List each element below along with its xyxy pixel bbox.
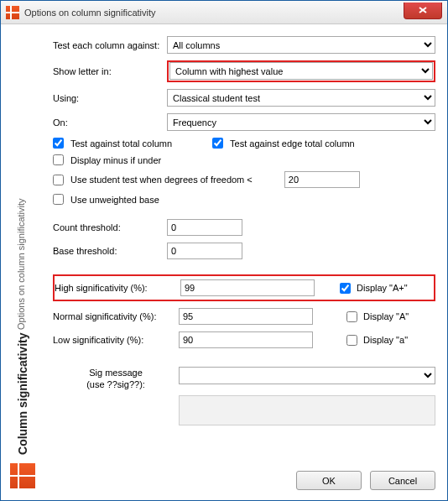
form-area: Test each column against: All columns Sh… xyxy=(44,24,447,500)
input-low-sig[interactable] xyxy=(179,331,313,348)
sig-msg-select[interactable] xyxy=(179,367,435,384)
label-test-edge-total: Test against edge total column xyxy=(230,138,355,149)
label-on: On: xyxy=(53,117,167,128)
using-select[interactable]: Classical student test xyxy=(167,89,435,107)
titlebar: Options on column significativity xyxy=(1,1,447,24)
input-normal-sig[interactable] xyxy=(179,308,313,325)
label-low-sig: Low significativity (%): xyxy=(53,335,179,345)
input-student-dof[interactable] xyxy=(284,171,360,188)
sidebar: Column significativity Options on column… xyxy=(1,24,44,500)
app-icon xyxy=(6,6,19,19)
check-display-a-lower[interactable] xyxy=(346,335,357,346)
input-high-sig[interactable] xyxy=(180,279,315,296)
label-test-against: Test each column against: xyxy=(53,40,167,50)
on-select[interactable]: Frequency xyxy=(167,113,435,131)
sidebar-title: Column significativity xyxy=(16,333,29,455)
check-display-a-upper[interactable] xyxy=(346,311,357,322)
label-high-sig: High significativity (%): xyxy=(55,283,180,293)
label-unweighted: Use unweighted base xyxy=(70,195,159,205)
window-title: Options on column significativity xyxy=(24,8,404,18)
input-count-threshold[interactable] xyxy=(167,219,242,236)
check-student-dof[interactable] xyxy=(53,175,64,185)
ok-button[interactable]: OK xyxy=(296,471,362,490)
label-show-letter: Show letter in: xyxy=(53,66,167,76)
show-letter-select[interactable]: Column with highest value xyxy=(169,62,433,80)
test-against-select[interactable]: All columns xyxy=(167,36,435,54)
label-display-a-lower: Display "a" xyxy=(363,335,408,345)
input-base-threshold[interactable] xyxy=(167,243,242,259)
sig-msg-preview xyxy=(179,395,435,425)
check-test-total[interactable] xyxy=(53,138,64,149)
sidebar-title-block: Column significativity Options on column… xyxy=(16,198,29,455)
check-test-edge-total[interactable] xyxy=(212,138,223,149)
check-unweighted[interactable] xyxy=(53,194,64,205)
label-normal-sig: Normal significativity (%): xyxy=(53,311,179,321)
label-using: Using: xyxy=(53,93,167,103)
highlight-high-sig: High significativity (%): Display "A+" xyxy=(53,274,435,301)
close-button[interactable] xyxy=(404,3,442,19)
label-display-a-plus: Display "A+" xyxy=(357,283,408,293)
highlight-show-letter: Column with highest value xyxy=(167,60,435,82)
label-test-total: Test against total column xyxy=(70,138,172,149)
close-icon xyxy=(419,7,427,13)
label-base-threshold: Base threshold: xyxy=(53,246,167,256)
label-sig-msg: Sig message (use ??sig??): xyxy=(53,367,179,390)
cancel-button[interactable]: Cancel xyxy=(370,471,435,490)
label-count-threshold: Count threshold: xyxy=(53,222,167,232)
check-display-minus[interactable] xyxy=(53,154,64,165)
label-student-dof: Use student test when degrees of freedom… xyxy=(70,175,253,185)
label-display-a-upper: Display "A" xyxy=(363,311,409,321)
sidebar-subtitle: Options on column significativity xyxy=(16,198,26,330)
sidebar-logo-icon xyxy=(10,463,35,488)
check-display-a-plus[interactable] xyxy=(340,283,351,294)
label-display-minus: Display minus if under xyxy=(70,155,161,165)
